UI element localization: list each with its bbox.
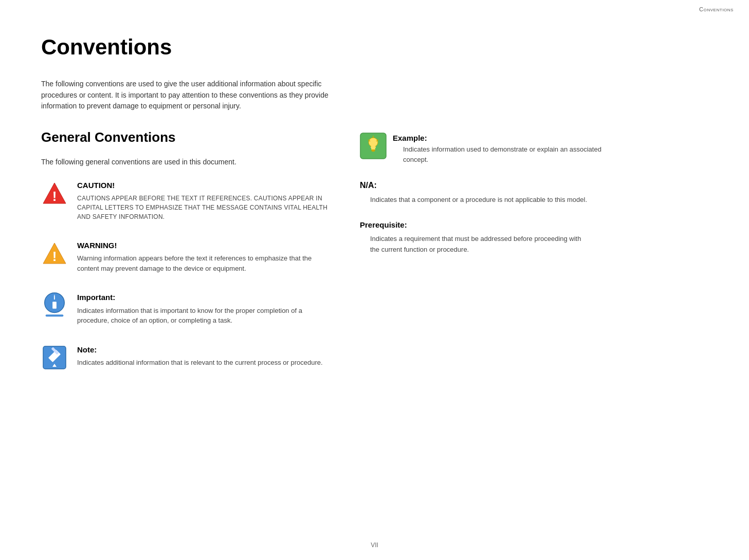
svg-text:!: ! bbox=[52, 189, 57, 204]
note-content: Note: Indicates additional information t… bbox=[77, 344, 329, 368]
important-desc: Indicates information that is important … bbox=[77, 306, 329, 326]
general-conventions-title: General Conventions bbox=[41, 127, 329, 147]
caution-icon: ! bbox=[42, 181, 67, 206]
page-container: Conventions Conventions The following co… bbox=[0, 0, 749, 560]
svg-point-13 bbox=[369, 138, 378, 147]
svg-text:!: ! bbox=[52, 249, 57, 264]
example-desc: Indicates information used to demonstrat… bbox=[393, 144, 624, 165]
svg-rect-7 bbox=[46, 314, 64, 316]
na-title: N/A: bbox=[360, 179, 708, 192]
important-icon: i bbox=[42, 292, 67, 319]
na-desc: Indicates that a component or a procedur… bbox=[360, 195, 591, 205]
example-header: Example: Indicates information used to d… bbox=[360, 133, 708, 165]
page-footer: VII bbox=[371, 540, 378, 550]
prerequisite-item: Prerequisite: Indicates a requirement th… bbox=[360, 219, 708, 255]
note-icon bbox=[42, 345, 67, 370]
important-icon-container: i bbox=[41, 292, 68, 319]
warning-icon: ! bbox=[42, 241, 67, 266]
svg-rect-19 bbox=[371, 150, 375, 151]
warning-item: ! WARNING! Warning information appears b… bbox=[41, 240, 329, 274]
na-item: N/A: Indicates that a component or a pro… bbox=[360, 179, 708, 205]
header-conventions: Conventions bbox=[699, 5, 734, 14]
caution-icon-container: ! bbox=[41, 180, 68, 207]
warning-title: WARNING! bbox=[77, 240, 329, 252]
warning-icon-container: ! bbox=[41, 240, 68, 267]
example-icon bbox=[360, 133, 387, 159]
prerequisite-desc: Indicates a requirement that must be add… bbox=[360, 234, 591, 254]
example-item: Example: Indicates information used to d… bbox=[360, 133, 708, 165]
page-title: Conventions bbox=[41, 31, 708, 63]
prerequisite-title: Prerequisite: bbox=[360, 219, 708, 231]
svg-text:i: i bbox=[53, 293, 56, 301]
caution-desc: CAUTIONS APPEAR BEFORE THE TEXT IT REFER… bbox=[77, 194, 329, 221]
note-desc: Indicates additional information that is… bbox=[77, 358, 329, 368]
svg-rect-15 bbox=[371, 148, 375, 150]
important-content: Important: Indicates information that is… bbox=[77, 292, 329, 326]
svg-rect-6 bbox=[52, 302, 57, 308]
example-title: Example: bbox=[393, 133, 624, 144]
two-column-layout: General Conventions The following genera… bbox=[41, 127, 708, 389]
important-title: Important: bbox=[77, 292, 329, 304]
svg-rect-20 bbox=[372, 151, 375, 152]
warning-content: WARNING! Warning information appears bef… bbox=[77, 240, 329, 274]
note-title: Note: bbox=[77, 344, 329, 356]
right-column: Example: Indicates information used to d… bbox=[360, 127, 708, 269]
svg-rect-14 bbox=[371, 146, 376, 148]
left-column: General Conventions The following genera… bbox=[41, 127, 329, 389]
caution-title: CAUTION! bbox=[77, 180, 329, 192]
note-icon-container bbox=[41, 344, 68, 371]
intro-text: The following conventions are used to gi… bbox=[41, 79, 329, 112]
note-item: Note: Indicates additional information t… bbox=[41, 344, 329, 371]
caution-content: CAUTION! CAUTIONS APPEAR BEFORE THE TEXT… bbox=[77, 180, 329, 221]
caution-item: ! CAUTION! CAUTIONS APPEAR BEFORE THE TE… bbox=[41, 180, 329, 221]
important-item: i Important: Indicates information that … bbox=[41, 292, 329, 326]
general-conventions-subtitle: The following general conventions are us… bbox=[41, 157, 329, 167]
warning-desc: Warning information appears before the t… bbox=[77, 253, 329, 273]
